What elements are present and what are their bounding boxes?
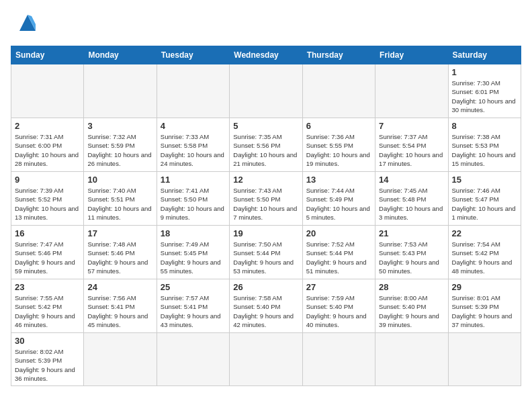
day-number: 6 [306, 121, 371, 131]
day-number: 4 [161, 121, 226, 131]
day-info: Sunrise: 7:36 AM Sunset: 5:55 PM Dayligh… [306, 132, 371, 168]
day-info: Sunrise: 7:55 AM Sunset: 5:42 PM Dayligh… [15, 293, 80, 329]
weekday-header-sunday: Sunday [11, 46, 84, 64]
day-number: 8 [452, 121, 517, 131]
day-info: Sunrise: 7:59 AM Sunset: 5:40 PM Dayligh… [306, 293, 371, 329]
calendar-cell: 9Sunrise: 7:39 AM Sunset: 5:52 PM Daylig… [11, 172, 84, 226]
week-row-4: 23Sunrise: 7:55 AM Sunset: 5:42 PM Dayli… [11, 279, 521, 333]
calendar-table: SundayMondayTuesdayWednesdayThursdayFrid… [11, 46, 521, 386]
day-info: Sunrise: 7:48 AM Sunset: 5:46 PM Dayligh… [87, 240, 152, 275]
calendar-cell: 25Sunrise: 7:57 AM Sunset: 5:41 PM Dayli… [157, 279, 229, 333]
day-info: Sunrise: 7:39 AM Sunset: 5:52 PM Dayligh… [15, 186, 80, 222]
logo [11, 11, 41, 39]
day-number: 3 [87, 121, 152, 131]
day-number: 12 [233, 175, 298, 185]
calendar-cell: 27Sunrise: 7:59 AM Sunset: 5:40 PM Dayli… [302, 279, 375, 333]
calendar-cell [375, 64, 448, 118]
calendar-cell: 13Sunrise: 7:44 AM Sunset: 5:49 PM Dayli… [302, 172, 375, 226]
calendar-cell: 21Sunrise: 7:53 AM Sunset: 5:43 PM Dayli… [375, 226, 448, 279]
calendar-cell: 29Sunrise: 8:01 AM Sunset: 5:39 PM Dayli… [448, 279, 521, 333]
day-number: 27 [306, 282, 371, 292]
week-row-2: 9Sunrise: 7:39 AM Sunset: 5:52 PM Daylig… [11, 172, 521, 226]
calendar-cell [302, 64, 375, 118]
calendar-cell: 26Sunrise: 7:58 AM Sunset: 5:40 PM Dayli… [230, 279, 302, 333]
day-number: 28 [379, 282, 444, 292]
day-number: 30 [15, 336, 80, 346]
day-number: 29 [452, 282, 517, 292]
day-info: Sunrise: 7:40 AM Sunset: 5:51 PM Dayligh… [87, 186, 152, 222]
calendar-cell [157, 333, 229, 386]
calendar-cell [230, 333, 302, 386]
calendar-cell: 1Sunrise: 7:30 AM Sunset: 6:01 PM Daylig… [448, 64, 521, 118]
day-info: Sunrise: 7:31 AM Sunset: 6:00 PM Dayligh… [15, 132, 80, 168]
day-number: 11 [161, 175, 226, 185]
week-row-3: 16Sunrise: 7:47 AM Sunset: 5:46 PM Dayli… [11, 226, 521, 279]
calendar-cell: 12Sunrise: 7:43 AM Sunset: 5:50 PM Dayli… [230, 172, 302, 226]
day-info: Sunrise: 7:44 AM Sunset: 5:49 PM Dayligh… [306, 186, 371, 222]
calendar-cell [157, 64, 229, 118]
calendar-cell [302, 333, 375, 386]
calendar-cell [11, 64, 84, 118]
calendar-cell: 23Sunrise: 7:55 AM Sunset: 5:42 PM Dayli… [11, 279, 84, 333]
weekday-header-tuesday: Tuesday [157, 46, 229, 64]
day-number: 22 [452, 228, 517, 238]
weekday-header-thursday: Thursday [302, 46, 375, 64]
day-info: Sunrise: 7:30 AM Sunset: 6:01 PM Dayligh… [452, 79, 517, 114]
calendar-cell: 2Sunrise: 7:31 AM Sunset: 6:00 PM Daylig… [11, 118, 84, 172]
day-info: Sunrise: 8:00 AM Sunset: 5:40 PM Dayligh… [379, 293, 444, 329]
calendar-cell: 5Sunrise: 7:35 AM Sunset: 5:56 PM Daylig… [230, 118, 302, 172]
weekday-header-friday: Friday [375, 46, 448, 64]
calendar-cell: 30Sunrise: 8:02 AM Sunset: 5:39 PM Dayli… [11, 333, 84, 386]
calendar-cell: 14Sunrise: 7:45 AM Sunset: 5:48 PM Dayli… [375, 172, 448, 226]
day-info: Sunrise: 7:53 AM Sunset: 5:43 PM Dayligh… [379, 240, 444, 275]
day-info: Sunrise: 7:46 AM Sunset: 5:47 PM Dayligh… [452, 186, 517, 222]
calendar-cell: 24Sunrise: 7:56 AM Sunset: 5:41 PM Dayli… [84, 279, 157, 333]
day-info: Sunrise: 7:50 AM Sunset: 5:44 PM Dayligh… [233, 240, 298, 275]
day-info: Sunrise: 7:56 AM Sunset: 5:41 PM Dayligh… [87, 293, 152, 329]
calendar-cell: 18Sunrise: 7:49 AM Sunset: 5:45 PM Dayli… [157, 226, 229, 279]
day-info: Sunrise: 7:58 AM Sunset: 5:40 PM Dayligh… [233, 293, 298, 329]
day-number: 7 [379, 121, 444, 131]
calendar-cell: 7Sunrise: 7:37 AM Sunset: 5:54 PM Daylig… [375, 118, 448, 172]
day-number: 14 [379, 175, 444, 185]
day-info: Sunrise: 7:54 AM Sunset: 5:42 PM Dayligh… [452, 240, 517, 275]
calendar-cell: 17Sunrise: 7:48 AM Sunset: 5:46 PM Dayli… [84, 226, 157, 279]
day-number: 16 [15, 228, 80, 238]
day-info: Sunrise: 7:37 AM Sunset: 5:54 PM Dayligh… [379, 132, 444, 168]
day-number: 17 [87, 228, 152, 238]
day-number: 20 [306, 228, 371, 238]
day-info: Sunrise: 7:49 AM Sunset: 5:45 PM Dayligh… [161, 240, 226, 275]
calendar-cell: 4Sunrise: 7:33 AM Sunset: 5:58 PM Daylig… [157, 118, 229, 172]
day-number: 15 [452, 175, 517, 185]
calendar-cell: 20Sunrise: 7:52 AM Sunset: 5:44 PM Dayli… [302, 226, 375, 279]
day-number: 21 [379, 228, 444, 238]
day-info: Sunrise: 7:33 AM Sunset: 5:58 PM Dayligh… [161, 132, 226, 168]
calendar-cell: 28Sunrise: 8:00 AM Sunset: 5:40 PM Dayli… [375, 279, 448, 333]
calendar-cell: 8Sunrise: 7:38 AM Sunset: 5:53 PM Daylig… [448, 118, 521, 172]
day-info: Sunrise: 8:01 AM Sunset: 5:39 PM Dayligh… [452, 293, 517, 329]
calendar-cell: 11Sunrise: 7:41 AM Sunset: 5:50 PM Dayli… [157, 172, 229, 226]
weekday-header-saturday: Saturday [448, 46, 521, 64]
day-number: 1 [452, 67, 517, 77]
day-info: Sunrise: 7:43 AM Sunset: 5:50 PM Dayligh… [233, 186, 298, 222]
day-info: Sunrise: 7:38 AM Sunset: 5:53 PM Dayligh… [452, 132, 517, 168]
calendar-cell: 3Sunrise: 7:32 AM Sunset: 5:59 PM Daylig… [84, 118, 157, 172]
week-row-0: 1Sunrise: 7:30 AM Sunset: 6:01 PM Daylig… [11, 64, 521, 118]
weekday-header-row: SundayMondayTuesdayWednesdayThursdayFrid… [11, 46, 521, 64]
calendar-cell [375, 333, 448, 386]
weekday-header-monday: Monday [84, 46, 157, 64]
day-info: Sunrise: 7:47 AM Sunset: 5:46 PM Dayligh… [15, 240, 80, 275]
day-number: 23 [15, 282, 80, 292]
day-number: 19 [233, 228, 298, 238]
day-number: 24 [87, 282, 152, 292]
day-info: Sunrise: 7:45 AM Sunset: 5:48 PM Dayligh… [379, 186, 444, 222]
day-number: 2 [15, 121, 80, 131]
day-number: 5 [233, 121, 298, 131]
day-info: Sunrise: 7:57 AM Sunset: 5:41 PM Dayligh… [161, 293, 226, 329]
calendar-cell [448, 333, 521, 386]
day-number: 26 [233, 282, 298, 292]
day-number: 25 [161, 282, 226, 292]
day-number: 13 [306, 175, 371, 185]
weekday-header-wednesday: Wednesday [230, 46, 302, 64]
day-number: 9 [15, 175, 80, 185]
